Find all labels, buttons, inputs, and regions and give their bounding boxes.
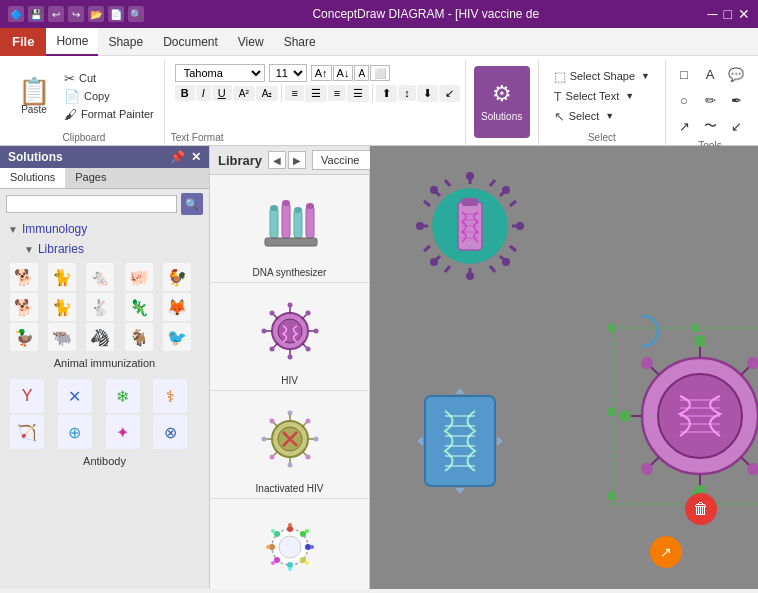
antibody-6[interactable]: ⊕ — [58, 415, 92, 449]
tree-immunology[interactable]: ▼ Immunology — [0, 219, 209, 239]
open-icon[interactable]: 📂 — [88, 6, 104, 22]
menu-share[interactable]: Share — [274, 28, 326, 56]
minimize-btn[interactable]: ─ — [708, 6, 718, 22]
solutions-button[interactable]: ⚙ Solutions — [474, 66, 530, 138]
file-menu[interactable]: File — [0, 28, 46, 56]
antibody-1[interactable]: Y — [10, 379, 44, 413]
align-bottom-button[interactable]: ⬇ — [417, 85, 438, 102]
underline-button[interactable]: U — [212, 85, 232, 101]
select-item[interactable]: ↖ Select ▼ — [551, 108, 653, 125]
animal-1[interactable]: 🐕 — [10, 263, 38, 291]
animal-15[interactable]: 🐦 — [163, 323, 191, 351]
rectangle-tool[interactable]: □ — [672, 62, 696, 86]
zoom-icon[interactable]: 🔍 — [128, 6, 144, 22]
solutions-panel-close[interactable]: ✕ — [191, 150, 201, 164]
align-left-button[interactable]: ≡ — [285, 85, 303, 101]
font-color-btn[interactable]: A — [354, 65, 369, 81]
format-painter-icon: 🖌 — [64, 107, 77, 122]
animal-7[interactable]: 🐈 — [48, 293, 76, 321]
copy-button[interactable]: 📄 Copy — [60, 88, 158, 105]
animal-5[interactable]: 🐓 — [163, 263, 191, 291]
undo-icon[interactable]: ↩ — [48, 6, 64, 22]
select-text-dropdown[interactable]: ▼ — [625, 91, 634, 101]
antibody-8[interactable]: ⊗ — [153, 415, 187, 449]
animal-8[interactable]: 🐇 — [86, 293, 114, 321]
italic-button[interactable]: I — [196, 85, 211, 101]
bold-button[interactable]: B — [175, 85, 195, 101]
solutions-search-btn[interactable]: 🔍 — [181, 193, 203, 215]
menu-home[interactable]: Home — [46, 28, 98, 56]
align-top-button[interactable]: ⬆ — [376, 85, 397, 102]
curve-tool[interactable]: 〜 — [698, 114, 722, 138]
select-shape-dropdown[interactable]: ▼ — [641, 71, 650, 81]
animal-6[interactable]: 🐕 — [10, 293, 38, 321]
tab-pages[interactable]: Pages — [65, 168, 116, 188]
lib-nav-next[interactable]: ▶ — [288, 151, 306, 169]
font-size-increase[interactable]: A↑ — [311, 65, 332, 81]
canvas-area[interactable]: 🗑 ↗ — [370, 146, 758, 589]
text-highlight-btn[interactable]: ⬜ — [370, 65, 390, 81]
maximize-btn[interactable]: □ — [724, 6, 732, 22]
dna-synthesizer-label: DNA synthesizer — [253, 267, 327, 278]
arrow-tool[interactable]: ↗ — [672, 114, 696, 138]
select-shape-item[interactable]: ⬚ Select Shape ▼ — [551, 68, 653, 85]
fab-delete: 🗑 — [685, 493, 717, 525]
solutions-panel-pin[interactable]: 📌 — [170, 150, 185, 164]
text-direction-button[interactable]: ↙ — [439, 85, 460, 102]
oval-tool[interactable]: ○ — [672, 88, 696, 112]
justify-button[interactable]: ☰ — [347, 85, 369, 102]
lib-item-hiv[interactable]: HIV — [210, 283, 369, 391]
tab-solutions[interactable]: Solutions — [0, 168, 65, 188]
menu-view[interactable]: View — [228, 28, 274, 56]
redo-icon[interactable]: ↪ — [68, 6, 84, 22]
animal-4[interactable]: 🐖 — [125, 263, 153, 291]
new-icon[interactable]: 📄 — [108, 6, 124, 22]
pointer-tool[interactable]: ↙ — [724, 114, 748, 138]
font-select[interactable]: Tahoma — [175, 64, 265, 82]
pencil-tool[interactable]: ✒ — [724, 88, 748, 112]
align-middle-button[interactable]: ↕ — [398, 85, 416, 101]
align-center-button[interactable]: ☰ — [305, 85, 327, 102]
antibody-2[interactable]: ✕ — [58, 379, 92, 413]
font-size-decrease[interactable]: A↓ — [333, 65, 354, 81]
antibody-5[interactable]: 🏹 — [10, 415, 44, 449]
font-size-select[interactable]: 11 — [269, 64, 307, 82]
format-painter-button[interactable]: 🖌 Format Painter — [60, 106, 158, 123]
svg-point-46 — [305, 455, 310, 460]
antibody-3[interactable]: ❄ — [106, 379, 140, 413]
animal-11[interactable]: 🦆 — [10, 323, 38, 351]
close-btn[interactable]: ✕ — [738, 6, 750, 22]
antibody-7[interactable]: ✦ — [106, 415, 140, 449]
lib-item-dna-synthesizer[interactable]: DNA synthesizer — [210, 175, 369, 283]
libraries-arrow: ▼ — [24, 244, 34, 255]
lib-nav-prev[interactable]: ◀ — [268, 151, 286, 169]
window-title: ConceptDraw DIAGRAM - [HIV vaccine de — [312, 7, 539, 21]
cut-button[interactable]: ✂ Cut — [60, 70, 158, 87]
save-icon[interactable]: 💾 — [28, 6, 44, 22]
select-dropdown[interactable]: ▼ — [605, 111, 614, 121]
callout-tool[interactable]: 💬 — [724, 62, 748, 86]
lib-item-influenza[interactable]: Influenza virosome — [210, 499, 369, 589]
animal-13[interactable]: 🦓 — [86, 323, 114, 351]
solutions-group-label — [472, 141, 532, 143]
subscript-button[interactable]: A₂ — [256, 86, 279, 101]
animal-9[interactable]: 🦎 — [125, 293, 153, 321]
menu-shape[interactable]: Shape — [98, 28, 153, 56]
cut-icon: ✂ — [64, 71, 75, 86]
animal-2[interactable]: 🐈 — [48, 263, 76, 291]
animal-14[interactable]: 🐐 — [125, 323, 153, 351]
superscript-button[interactable]: A² — [233, 86, 255, 101]
menu-document[interactable]: Document — [153, 28, 228, 56]
edit-tool[interactable]: ✏ — [698, 88, 722, 112]
animal-12[interactable]: 🐃 — [48, 323, 76, 351]
tree-libraries[interactable]: ▼ Libraries — [0, 239, 209, 259]
antibody-4[interactable]: ⚕ — [153, 379, 187, 413]
animal-10[interactable]: 🦊 — [163, 293, 191, 321]
text-tool[interactable]: A — [698, 62, 722, 86]
align-right-button[interactable]: ≡ — [328, 85, 346, 101]
lib-item-inactivated-hiv[interactable]: Inactivated HIV — [210, 391, 369, 499]
animal-3[interactable]: 🐁 — [86, 263, 114, 291]
paste-button[interactable]: 📋 Paste — [10, 74, 58, 119]
select-text-item[interactable]: T Select Text ▼ — [551, 88, 653, 105]
solutions-search-input[interactable] — [6, 195, 177, 213]
